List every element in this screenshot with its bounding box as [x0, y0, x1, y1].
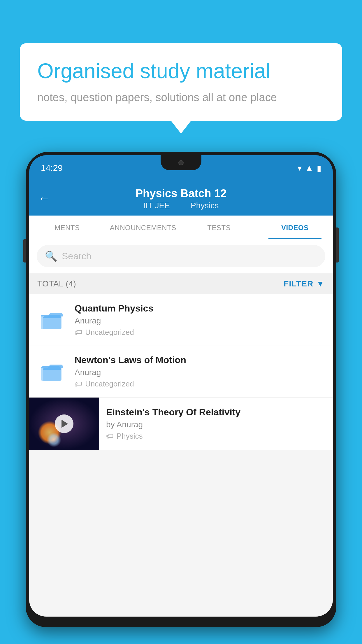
tag-label: Uncategorized	[85, 328, 134, 337]
tab-videos[interactable]: VIDEOS	[257, 216, 333, 239]
search-placeholder: Search	[62, 251, 91, 262]
status-icons: ▾ ▲ ▮	[298, 163, 321, 173]
app-header: ← Physics Batch 12 IIT JEE Physics	[29, 181, 333, 216]
notch	[161, 155, 201, 170]
video-title: Einstein's Theory Of Relativity	[106, 407, 326, 418]
tag-icon: 🏷	[106, 432, 114, 441]
tab-ments[interactable]: MENTS	[29, 216, 105, 239]
bubble-title: Organised study material	[37, 58, 325, 83]
status-time: 14:29	[41, 163, 63, 173]
thumb-glow2	[47, 433, 61, 447]
play-triangle-icon	[61, 420, 68, 428]
wifi-icon: ▾	[298, 163, 302, 173]
status-bar: 14:29 ▾ ▲ ▮	[29, 155, 333, 181]
video-thumbnail	[29, 398, 99, 450]
video-info: Einstein's Theory Of Relativity by Anura…	[99, 399, 333, 448]
tab-announcements[interactable]: ANNOUNCEMENTS	[105, 216, 181, 239]
video-info: Newton's Laws of Motion Anurag 🏷 Uncateg…	[75, 355, 325, 388]
tabs-bar: MENTS ANNOUNCEMENTS TESTS VIDEOS	[29, 216, 333, 239]
bubble-subtitle: notes, question papers, solutions all at…	[37, 90, 325, 105]
power-button	[336, 228, 339, 262]
phone-frame: 14:29 ▾ ▲ ▮ ← Physics Batch 12 IIT JEE P…	[26, 152, 336, 627]
search-icon: 🔍	[45, 250, 57, 262]
svg-rect-1	[43, 316, 61, 329]
video-info: Quantum Physics Anurag 🏷 Uncategorized	[75, 303, 325, 337]
list-item[interactable]: Einstein's Theory Of Relativity by Anura…	[29, 398, 333, 450]
signal-icon: ▲	[305, 163, 313, 173]
filter-row: TOTAL (4) FILTER ▼	[29, 273, 333, 294]
phone-screen: ← Physics Batch 12 IIT JEE Physics MENTS…	[29, 181, 333, 617]
svg-rect-3	[43, 368, 61, 381]
volume-button	[23, 239, 26, 262]
header-subtitle-separator	[178, 201, 183, 210]
video-title: Quantum Physics	[75, 303, 325, 314]
header-subtitle-physics: Physics	[191, 201, 219, 210]
list-item[interactable]: Quantum Physics Anurag 🏷 Uncategorized	[29, 294, 333, 346]
total-count: TOTAL (4)	[37, 279, 76, 288]
video-author: Anurag	[75, 316, 325, 326]
video-tag: 🏷 Uncategorized	[75, 379, 325, 388]
phone-device: 14:29 ▾ ▲ ▮ ← Physics Batch 12 IIT JEE P…	[26, 152, 336, 644]
video-list: Quantum Physics Anurag 🏷 Uncategorized	[29, 294, 333, 450]
filter-icon: ▼	[316, 279, 325, 288]
speech-bubble: Organised study material notes, question…	[20, 43, 342, 121]
header-subtitle-iitjee: IIT JEE	[143, 201, 170, 210]
front-camera	[178, 160, 184, 165]
tag-label: Uncategorized	[85, 379, 134, 388]
folder-icon-wrap	[37, 310, 66, 330]
video-author: Anurag	[75, 368, 325, 377]
list-item[interactable]: Newton's Laws of Motion Anurag 🏷 Uncateg…	[29, 346, 333, 398]
video-author: by Anurag	[106, 420, 326, 429]
folder-icon	[41, 310, 63, 330]
folder-icon-wrap	[37, 362, 66, 382]
video-title: Newton's Laws of Motion	[75, 355, 325, 365]
filter-button[interactable]: FILTER ▼	[284, 279, 325, 288]
tab-tests[interactable]: TESTS	[181, 216, 257, 239]
tag-label: Physics	[117, 432, 143, 441]
search-bar[interactable]: 🔍 Search	[37, 245, 325, 267]
speech-bubble-container: Organised study material notes, question…	[20, 43, 342, 121]
battery-icon: ▮	[317, 163, 321, 173]
play-button[interactable]	[55, 414, 73, 433]
video-tag: 🏷 Uncategorized	[75, 328, 325, 337]
header-title: Physics Batch 12	[136, 187, 227, 200]
header-subtitle: IIT JEE Physics	[140, 201, 222, 210]
folder-icon	[41, 362, 63, 382]
filter-label: FILTER	[284, 279, 313, 288]
video-tag: 🏷 Physics	[106, 432, 326, 441]
tag-icon: 🏷	[75, 328, 82, 337]
back-button[interactable]: ←	[38, 191, 50, 205]
search-section: 🔍 Search	[29, 239, 333, 273]
tag-icon: 🏷	[75, 379, 82, 388]
